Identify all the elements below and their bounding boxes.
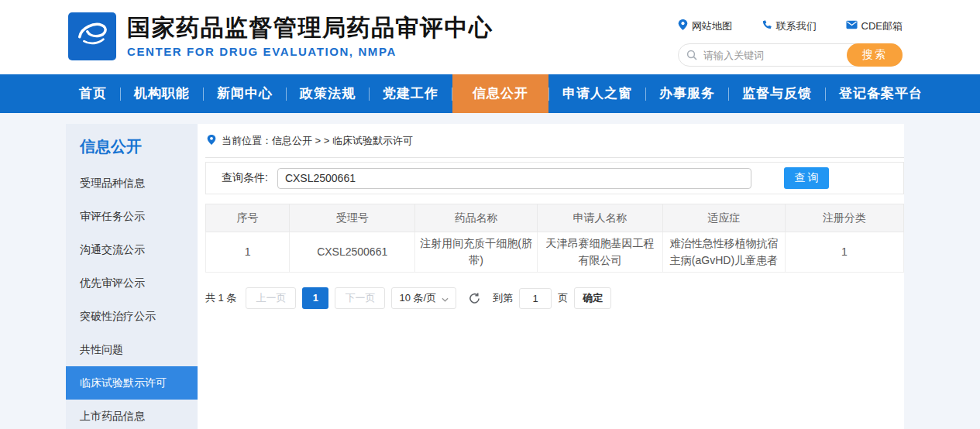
swoosh-bird-icon [74,17,110,56]
col-header-applicant: 申请人名称 [537,204,662,232]
search-button[interactable]: 搜索 [847,43,903,67]
sidebar-item-communication[interactable]: 沟通交流公示 [66,233,198,266]
sidebar-title: 信息公开 [66,124,198,166]
chevron-down-icon [442,293,449,304]
sidebar: 信息公开 受理品种信息 审评任务公示 沟通交流公示 优先审评公示 突破性治疗公示… [66,124,198,429]
cde-mail-link[interactable]: CDE邮箱 [846,19,903,33]
cell-indication: 难治性急性移植物抗宿主病(aGvHD)儿童患者 [663,232,786,273]
contact-us-link[interactable]: 联系我们 [762,19,817,33]
pagination-total: 共 1 条 [205,291,236,305]
nav-item-supervision-feedback[interactable]: 监督与反馈 [729,74,825,113]
nav-item-party-building[interactable]: 党建工作 [370,74,452,113]
envelope-icon [846,20,858,32]
col-header-acceptance-no: 受理号 [290,204,415,232]
nav-item-policies[interactable]: 政策法规 [287,74,369,113]
sidebar-item-review-tasks[interactable]: 审评任务公示 [66,200,198,233]
cell-registration-class: 1 [785,232,903,273]
page-number-1[interactable]: 1 [302,287,328,309]
phone-icon [762,19,772,33]
breadcrumb-text: 当前位置：信息公开 > > 临床试验默示许可 [222,134,413,148]
nav-item-applicant-window[interactable]: 申请人之窗 [549,74,645,113]
main-content: 当前位置：信息公开 > > 临床试验默示许可 查询条件: 查询 序号 受理号 药… [205,124,904,429]
location-pin-icon [678,19,688,33]
next-page-button[interactable]: 下一页 [335,287,385,309]
query-button[interactable]: 查询 [784,167,829,189]
cde-logo [68,12,116,60]
nav-item-info-disclosure[interactable]: 信息公开 [452,74,548,113]
query-panel: 查询条件: 查询 [205,162,904,194]
col-header-indication: 适应症 [663,204,786,232]
site-subtitle: CENTER FOR DRUG EVALUATION, NMPA [127,45,493,58]
cell-applicant: 天津昂赛细胞基因工程有限公司 [537,232,662,273]
cell-acceptance-no: CXSL2500661 [290,232,415,273]
pagination: 共 1 条 上一页 1 下一页 10 条/页 到第 页 确定 [205,287,904,309]
sidebar-item-clinical-trial-implied-license[interactable]: 临床试验默示许可 [66,366,198,400]
nav-item-registration-platform[interactable]: 登记备案平台 [826,74,936,113]
sitemap-link[interactable]: 网站地图 [678,19,732,33]
sidebar-item-priority-review[interactable]: 优先审评公示 [66,266,198,300]
sidebar-item-accepted-varieties[interactable]: 受理品种信息 [66,166,198,200]
col-header-registration-class: 注册分类 [785,204,903,232]
cell-seq: 1 [206,232,290,273]
site-header: 国家药品监督管理局药品审评中心 CENTER FOR DRUG EVALUATI… [0,0,980,74]
sidebar-item-common-issues[interactable]: 共性问题 [66,333,198,366]
main-nav: 首页 机构职能 新闻中心 政策法规 党建工作 信息公开 申请人之窗 办事服务 监… [0,74,980,113]
top-links: 网站地图 联系我们 CDE邮箱 [678,19,903,33]
goto-page-input[interactable] [519,288,552,309]
col-header-seq: 序号 [206,204,290,232]
results-table: 序号 受理号 药品名称 申请人名称 适应症 注册分类 1 CXSL2500661… [205,204,904,273]
table-header-row: 序号 受理号 药品名称 申请人名称 适应症 注册分类 [206,204,904,232]
search-icon [686,50,697,63]
sidebar-item-breakthrough-therapy[interactable]: 突破性治疗公示 [66,300,198,333]
sidebar-item-marketed-drugs[interactable]: 上市药品信息 [66,400,198,429]
nav-item-services[interactable]: 办事服务 [646,74,728,113]
goto-page-label: 到第 [493,291,513,305]
page-size-select[interactable]: 10 条/页 [391,287,456,309]
nav-item-functions[interactable]: 机构职能 [121,74,203,113]
prev-page-button[interactable]: 上一页 [246,287,296,309]
query-label: 查询条件: [222,171,268,185]
goto-page-unit: 页 [558,291,568,305]
breadcrumb: 当前位置：信息公开 > > 临床试验默示许可 [205,124,904,158]
nav-item-news[interactable]: 新闻中心 [204,74,286,113]
query-input[interactable] [277,168,751,189]
cell-drug-name: 注射用间充质干细胞(脐带) [415,232,538,273]
header-search: 搜索 [678,43,903,67]
site-title: 国家药品监督管理局药品审评中心 [127,15,493,42]
location-pin-icon [207,134,216,148]
refresh-icon[interactable] [468,292,481,305]
nav-item-home[interactable]: 首页 [66,74,120,113]
table-row: 1 CXSL2500661 注射用间充质干细胞(脐带) 天津昂赛细胞基因工程有限… [206,232,904,273]
col-header-drug-name: 药品名称 [415,204,538,232]
confirm-button[interactable]: 确定 [574,287,611,309]
